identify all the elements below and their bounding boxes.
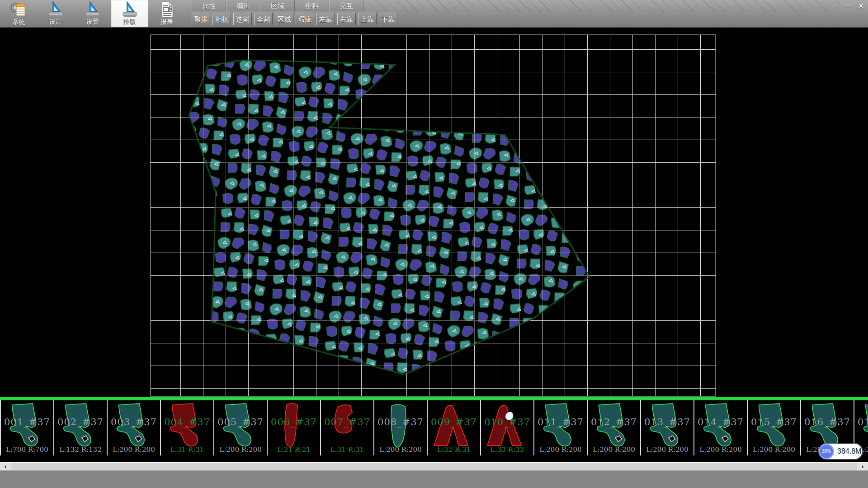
main-toolbar-label: 设置	[86, 19, 99, 25]
part-thumbnail[interactable]: 001_#37 L:700 R:700	[1, 400, 54, 455]
part-label: 014_#37	[694, 417, 747, 427]
set-square-icon	[84, 0, 102, 19]
main-toolbar-label: 系统	[12, 19, 25, 25]
part-thumbnail[interactable]: 006_#37 L:21 R:21	[268, 400, 321, 455]
part-label: 013_#37	[641, 417, 693, 427]
report-doc-icon	[158, 0, 176, 19]
menu-item[interactable]: 编辑	[226, 0, 260, 11]
part-lr-count: L:200 R:200	[374, 446, 427, 454]
menu-item[interactable]: 属性	[192, 0, 226, 11]
titlebar-texture	[367, 0, 840, 12]
part-label: 007_#37	[321, 417, 373, 427]
tool-button[interactable]: 全割	[254, 13, 273, 25]
menu-item[interactable]: 区域	[260, 0, 295, 11]
tool-button[interactable]: 左靠	[316, 13, 335, 25]
set-square-icon	[47, 0, 65, 19]
gear-doc-icon	[9, 0, 28, 19]
part-lr-count: L:200 R:200	[588, 446, 640, 454]
tool-button[interactable]: 聚排	[192, 13, 210, 25]
part-thumbnail[interactable]: 009_#37 L:32 R:31	[428, 400, 481, 455]
tool-button[interactable]: 区域	[275, 13, 293, 25]
part-thumbnail[interactable]: 013_#37 L:200 R:200	[641, 400, 694, 455]
part-thumbnail[interactable]: 008_#37 L:200 R:200	[374, 400, 428, 455]
part-lr-count: L:132 R:132	[54, 446, 107, 454]
part-thumbnail[interactable]: 015_#37 L:200 R:200	[748, 400, 801, 455]
part-thumbnail[interactable]: 003_#37 L:200 R:200	[108, 400, 161, 455]
part-label: 011_#37	[534, 417, 587, 427]
part-lr-count: L:200 R:200	[694, 446, 747, 454]
part-lr-count: L:32 R:31	[428, 446, 480, 454]
menu-bar: 属性 编辑 区域 排料 交互	[192, 0, 363, 11]
tool-button[interactable]: 选割	[233, 13, 252, 25]
main-toolbar-label: 排版	[123, 19, 136, 25]
tool-button[interactable]: 瑕疵	[296, 13, 314, 25]
part-lr-count: L:31 R:31	[161, 446, 213, 454]
window-controls: — ✕	[841, 1, 867, 11]
main-toolbar-button[interactable]: 报表	[148, 0, 185, 27]
part-lr-count: L:200 R:200	[214, 446, 267, 454]
part-label: 002_#37	[54, 417, 107, 427]
part-thumbnail[interactable]: 014_#37 L:200 R:200	[694, 400, 748, 455]
part-lr-count: L:200 R:200	[748, 446, 800, 454]
status-bar	[0, 470, 868, 488]
part-thumbnail[interactable]: 002_#37 L:132 R:132	[54, 400, 108, 455]
part-label: 004_#37	[161, 417, 213, 427]
parts-strip: 001_#37 L:700 R:700 002_#37 L:132 R:132 …	[0, 400, 868, 455]
memory-value: 384.8M	[837, 447, 861, 455]
part-lr-count: L:200 R:200	[534, 446, 587, 454]
main-toolbar-button[interactable]: 设计	[37, 0, 74, 27]
memory-badge[interactable]: 38% 384.8M	[819, 444, 862, 459]
part-thumbnail[interactable]: 011_#37 L:200 R:200	[534, 400, 588, 455]
part-label: 006_#37	[268, 417, 320, 427]
tool-button[interactable]: 右靠	[337, 13, 356, 25]
main-toolbar-button[interactable]: 系统	[0, 0, 37, 27]
canvas-drawing	[0, 27, 868, 397]
part-lr-count: L:200 R:200	[641, 446, 693, 454]
part-thumbnail[interactable]: 007_#37 L:31 R:31	[321, 400, 374, 455]
scroll-left-arrow[interactable]: ‹	[0, 463, 11, 470]
horizontal-scrollbar[interactable]: ‹ ›	[0, 462, 868, 470]
part-label: 016_#37	[801, 417, 854, 427]
part-label: 015_#37	[748, 417, 800, 427]
minimize-button[interactable]: —	[841, 1, 853, 11]
part-label: 005_#37	[214, 417, 267, 427]
part-label: 012_#37	[588, 417, 640, 427]
part-lr-count: L:200 R:200	[108, 446, 160, 454]
part-lr-count: L:31 R:31	[321, 446, 373, 454]
part-thumbnail[interactable]: 012_#37 L:200 R:200	[588, 400, 641, 455]
part-label: 003_#37	[108, 417, 160, 427]
part-lr-count: L:21 R:21	[268, 446, 320, 454]
menu-item[interactable]: 交互	[329, 0, 363, 11]
tool-button[interactable]: 下靠	[379, 13, 397, 25]
part-thumbnail[interactable]: 010_#37 L:33 R:33	[481, 400, 534, 455]
progress-circle: 38%	[819, 444, 834, 459]
main-toolbar: 系统 设计	[0, 0, 185, 27]
nesting-canvas[interactable]	[0, 27, 868, 397]
part-label: 010_#37	[481, 417, 533, 427]
part-lr-count: L:33 R:33	[481, 446, 533, 454]
main-toolbar-button[interactable]: 设置	[74, 0, 111, 27]
part-thumbnail[interactable]: 004_#37 L:31 R:31	[161, 400, 214, 455]
tool-button[interactable]: 相机	[212, 13, 231, 25]
scroll-right-arrow[interactable]: ›	[857, 463, 868, 470]
menu-item[interactable]: 排料	[295, 0, 329, 11]
set-square-icon	[121, 0, 139, 19]
main-toolbar-label: 报表	[160, 19, 173, 25]
top-toolbar: 系统 设计	[0, 0, 868, 28]
tool-row: 聚排 相机 选割 全割 区域 瑕疵 左靠 右靠 上靠 下靠	[192, 13, 400, 26]
main-toolbar-button[interactable]: 排版	[111, 0, 148, 27]
part-lr-count: L:700 R:700	[1, 446, 53, 454]
close-button[interactable]: ✕	[855, 1, 867, 11]
tool-button[interactable]: 上靠	[358, 13, 377, 25]
part-label: 009_#37	[428, 417, 480, 427]
main-toolbar-label: 设计	[49, 19, 62, 25]
part-label: 017_#37	[854, 417, 868, 427]
part-thumbnail[interactable]: 005_#37 L:200 R:200	[214, 400, 268, 455]
strip-green-band	[0, 397, 868, 400]
part-label: 001_#37	[1, 417, 53, 427]
part-label: 008_#37	[374, 417, 427, 427]
